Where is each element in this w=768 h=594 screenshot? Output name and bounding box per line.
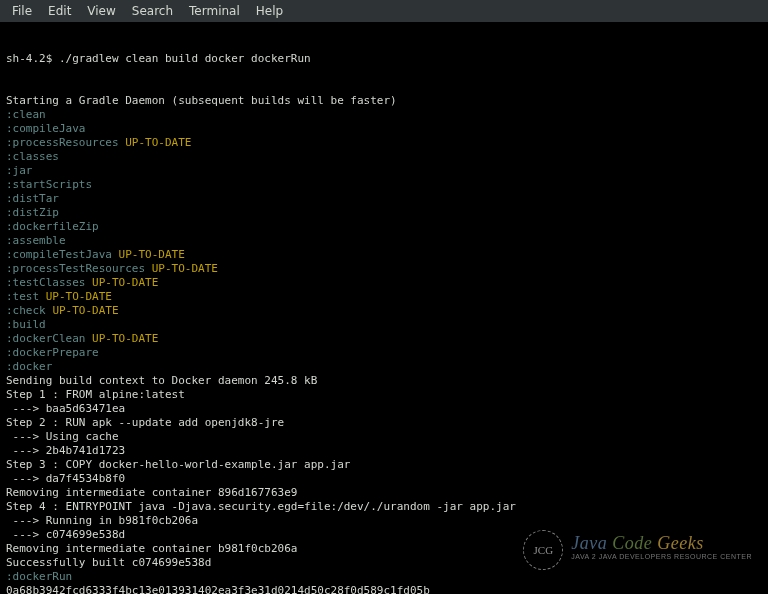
output-line: :clean bbox=[6, 108, 762, 122]
command: ./gradlew clean build docker dockerRun bbox=[59, 52, 311, 66]
menu-terminal[interactable]: Terminal bbox=[183, 2, 246, 20]
output-line: :jar bbox=[6, 164, 762, 178]
output-line: :distTar bbox=[6, 192, 762, 206]
output-line: :build bbox=[6, 318, 762, 332]
output-line: ---> da7f4534b8f0 bbox=[6, 472, 762, 486]
output-line: ---> 2b4b741d1723 bbox=[6, 444, 762, 458]
output-line: Starting a Gradle Daemon (subsequent bui… bbox=[6, 94, 762, 108]
menu-search[interactable]: Search bbox=[126, 2, 179, 20]
output-line: :dockerClean UP-TO-DATE bbox=[6, 332, 762, 346]
output-line: Step 2 : RUN apk --update add openjdk8-j… bbox=[6, 416, 762, 430]
output-line: ---> Using cache bbox=[6, 430, 762, 444]
output-line: :dockerPrepare bbox=[6, 346, 762, 360]
status-badge: UP-TO-DATE bbox=[92, 332, 158, 346]
output-lines: Starting a Gradle Daemon (subsequent bui… bbox=[6, 94, 762, 594]
output-line: :processTestResources UP-TO-DATE bbox=[6, 262, 762, 276]
output-line: Sending build context to Docker daemon 2… bbox=[6, 374, 762, 388]
menu-view[interactable]: View bbox=[81, 2, 121, 20]
output-line: Step 3 : COPY docker-hello-world-example… bbox=[6, 458, 762, 472]
prompt: sh-4.2$ bbox=[6, 52, 52, 66]
command-line: sh-4.2$ ./gradlew clean build docker doc… bbox=[6, 52, 762, 66]
menubar: File Edit View Search Terminal Help bbox=[0, 0, 768, 22]
output-line: :classes bbox=[6, 150, 762, 164]
output-line: :testClasses UP-TO-DATE bbox=[6, 276, 762, 290]
status-badge: UP-TO-DATE bbox=[125, 136, 191, 150]
output-line: :compileJava bbox=[6, 122, 762, 136]
status-badge: UP-TO-DATE bbox=[46, 290, 112, 304]
output-line: Step 1 : FROM alpine:latest bbox=[6, 388, 762, 402]
output-line: :assemble bbox=[6, 234, 762, 248]
output-line: :dockerRun bbox=[6, 570, 762, 584]
output-line: Step 4 : ENTRYPOINT java -Djava.security… bbox=[6, 500, 762, 514]
output-line: :dockerfileZip bbox=[6, 220, 762, 234]
status-badge: UP-TO-DATE bbox=[119, 248, 185, 262]
output-line: :check UP-TO-DATE bbox=[6, 304, 762, 318]
output-line: ---> baa5d63471ea bbox=[6, 402, 762, 416]
status-badge: UP-TO-DATE bbox=[52, 304, 118, 318]
output-line: ---> Running in b981f0cb206a bbox=[6, 514, 762, 528]
status-badge: UP-TO-DATE bbox=[152, 262, 218, 276]
output-line: :processResources UP-TO-DATE bbox=[6, 136, 762, 150]
output-line: :distZip bbox=[6, 206, 762, 220]
status-badge: UP-TO-DATE bbox=[92, 276, 158, 290]
menu-file[interactable]: File bbox=[6, 2, 38, 20]
output-line: :test UP-TO-DATE bbox=[6, 290, 762, 304]
output-line: Removing intermediate container b981f0cb… bbox=[6, 542, 762, 556]
menu-edit[interactable]: Edit bbox=[42, 2, 77, 20]
menu-help[interactable]: Help bbox=[250, 2, 289, 20]
output-line: :compileTestJava UP-TO-DATE bbox=[6, 248, 762, 262]
output-line: 0a68b3942fcd6333f4bc13e013931402ea3f3e31… bbox=[6, 584, 762, 594]
output-line: ---> c074699e538d bbox=[6, 528, 762, 542]
output-line: Successfully built c074699e538d bbox=[6, 556, 762, 570]
output-line: :docker bbox=[6, 360, 762, 374]
output-line: :startScripts bbox=[6, 178, 762, 192]
output-line: Removing intermediate container 896d1677… bbox=[6, 486, 762, 500]
terminal-output[interactable]: sh-4.2$ ./gradlew clean build docker doc… bbox=[0, 22, 768, 594]
